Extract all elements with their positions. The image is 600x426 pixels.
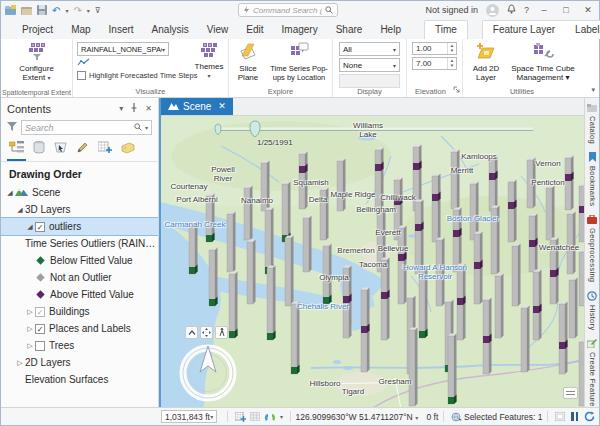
tree-row-2d-layers[interactable]: ▷2D Layers (1, 354, 158, 371)
tab-view[interactable]: View (198, 21, 238, 39)
help-icon[interactable]: ? (524, 5, 529, 15)
overview-toggle-button[interactable] (563, 387, 578, 399)
tab-drawing-order[interactable] (9, 141, 24, 161)
dock-tab-create-features[interactable]: Create Features (587, 336, 597, 413)
expander-icon[interactable]: ▷ (25, 342, 35, 350)
tab-labeling[interactable]: Labeling (565, 21, 600, 39)
customize-qat-icon[interactable]: ⊽ (95, 6, 101, 15)
search-options-icon[interactable]: ▾ (145, 124, 148, 131)
expander-icon[interactable]: ◢ (5, 189, 15, 197)
tab-editing[interactable] (76, 141, 89, 161)
user-avatar[interactable] (486, 4, 499, 17)
variable-dropdown[interactable]: RAINFALL_NONE_SPAC▾ (77, 42, 169, 56)
tab-selection[interactable] (54, 141, 67, 161)
elevation-dialog-launcher-icon[interactable] (453, 86, 460, 95)
selected-features-count[interactable]: Selected Features: 1 (464, 412, 542, 422)
elevation-spinner-2[interactable]: 7.00▲▼ (412, 57, 457, 70)
dock-tab-geoprocessing[interactable]: Geoprocessing (587, 212, 597, 284)
tree-row-3d-layers[interactable]: ◢3D Layers (1, 201, 158, 218)
command-search[interactable]: Command Search (Alt+Q) (238, 3, 338, 17)
tab-time[interactable]: Time (425, 21, 467, 39)
dock-tab-bookmarks[interactable]: Bookmarks (588, 150, 597, 208)
save-project-icon[interactable] (37, 5, 47, 15)
refresh-icon[interactable] (584, 411, 595, 422)
tree-row-not-an-outlier[interactable]: Not an Outlier (1, 269, 158, 286)
layer-visibility-checkbox[interactable]: ✓ (35, 222, 45, 232)
time-series-chart-icon[interactable] (77, 58, 90, 69)
tree-row-trees[interactable]: ▷Trees (1, 337, 158, 354)
sign-in-status[interactable]: Not signed in (425, 5, 478, 15)
new-project-icon[interactable] (5, 5, 16, 15)
tab-snapping[interactable] (98, 141, 112, 161)
tab-map[interactable]: Map (62, 21, 99, 39)
scene-canvas[interactable]: WilliamsLakeKamloopsVernonMerrittPentict… (161, 116, 584, 407)
snapping-toggle-icon[interactable] (264, 412, 276, 422)
tab-edit[interactable]: Edit (237, 21, 272, 39)
time-series-popups-button[interactable]: Time Series Pop- ups by Location (267, 39, 331, 83)
expander-icon[interactable]: ◢ (25, 223, 35, 231)
tab-feature-layer[interactable]: Feature Layer (483, 21, 565, 39)
pane-menu-icon[interactable]: ▾ (119, 104, 123, 113)
display-dropdown-1[interactable]: All▾ (339, 42, 400, 56)
notifications-bell-icon[interactable] (507, 4, 516, 16)
slice-plane-button[interactable]: Slice Plane (229, 39, 267, 83)
undo-icon[interactable]: ↶ (52, 5, 60, 16)
layout-view-icon[interactable] (555, 412, 565, 421)
tree-row-scene[interactable]: ◢Scene (1, 184, 158, 201)
expander-icon[interactable]: ▷ (15, 359, 25, 367)
tab-data-source[interactable] (33, 141, 45, 161)
tab-project[interactable]: Project (13, 21, 62, 39)
layer-visibility-checkbox[interactable]: ✓ (35, 324, 45, 334)
tree-row-below-fitted-value[interactable]: Below Fitted Value (1, 252, 158, 269)
heading-reset-icon[interactable] (185, 326, 198, 339)
tree-row-buildings[interactable]: ▷✓Buildings (1, 303, 158, 320)
nav-more-dots-icon[interactable]: ∷ (230, 329, 235, 336)
dock-tab-catalog[interactable]: Catalog (587, 100, 597, 146)
undo-dropdown-icon[interactable]: ▾ (65, 7, 68, 14)
filter-icon[interactable] (7, 122, 17, 133)
layer-visibility-checkbox[interactable]: ✓ (35, 307, 45, 317)
tab-imagery[interactable]: Imagery (273, 21, 327, 39)
dock-tab-history[interactable]: History (587, 289, 597, 332)
themes-button[interactable]: Themes▾ (192, 39, 226, 81)
contents-search-input[interactable]: Search ▾ (21, 120, 152, 135)
full-control-icon[interactable] (200, 326, 213, 339)
navigator-compass[interactable] (177, 342, 239, 404)
tree-row-places-and-labels[interactable]: ▷✓Places and Labels (1, 320, 158, 337)
scene-view-tab[interactable]: Scene ✕ (161, 97, 233, 115)
tree-row-elevation-surfaces[interactable]: Elevation Surfaces (1, 371, 158, 388)
tree-row-time-series-outliers-rainfall-[interactable]: Time Series Outliers (RAINFALL_NONE_… (1, 235, 158, 252)
tab-analysis[interactable]: Analysis (143, 21, 198, 39)
tab-share[interactable]: Share (327, 21, 372, 39)
expander-icon[interactable]: ▷ (25, 325, 35, 333)
coordinate-readout[interactable]: 126.9099630°W 51.4711207°N ▾ 0 ft (296, 412, 439, 422)
tab-insert[interactable]: Insert (100, 21, 143, 39)
new-bookmark-icon[interactable] (235, 412, 246, 422)
minimize-button[interactable]: – (537, 5, 551, 15)
layer-visibility-checkbox[interactable] (35, 341, 45, 351)
maximize-button[interactable]: □ (559, 5, 573, 15)
map-scale-dropdown[interactable]: 1,031,843 ft ▾ (161, 410, 217, 423)
tab-help[interactable]: Help (371, 21, 410, 39)
redo-dropdown-icon[interactable]: ▾ (87, 7, 90, 14)
tab-labeling[interactable] (121, 142, 135, 161)
collapse-ribbon-icon[interactable]: ▾ (591, 86, 595, 94)
pause-drawing-button[interactable] (571, 412, 578, 421)
add-2d-layer-button[interactable]: Add 2D Layer (465, 39, 507, 83)
close-button[interactable]: ✕ (581, 5, 595, 15)
tree-row-outliers[interactable]: ◢✓outliers (1, 218, 158, 235)
highlight-forecast-checkbox[interactable] (77, 71, 86, 80)
expander-icon[interactable]: ◢ (15, 206, 25, 214)
pane-close-icon[interactable]: ✕ (145, 104, 152, 113)
tree-row-above-fitted-value[interactable]: Above Fitted Value (1, 286, 158, 303)
stc-management-button[interactable]: Space Time Cube Management ▾ (507, 39, 579, 83)
display-dropdown-2[interactable]: None▾ (339, 58, 400, 72)
expander-icon[interactable]: ▷ (25, 308, 35, 316)
open-project-icon[interactable] (21, 5, 32, 15)
configure-extent-button[interactable]: Configure Extent ▾ (1, 39, 72, 83)
pane-pin-icon[interactable] (130, 103, 138, 114)
close-view-icon[interactable]: ✕ (218, 101, 226, 111)
snapping-dropdown-icon[interactable]: ▾ (280, 413, 283, 420)
walk-mode-icon[interactable] (215, 326, 228, 339)
elevation-spinner-1[interactable]: 1.00▲▼ (412, 42, 457, 55)
